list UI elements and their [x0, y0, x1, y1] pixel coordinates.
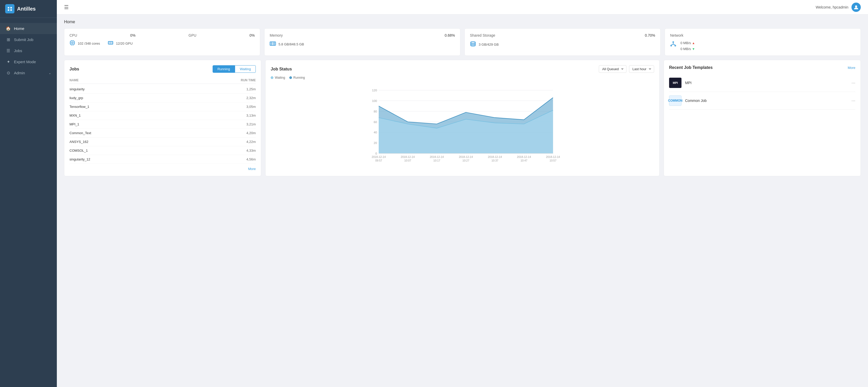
time-select[interactable]: Last hour: [629, 65, 654, 73]
sidebar-item-jobs[interactable]: ☰ Jobs: [0, 45, 57, 56]
svg-text:120: 120: [372, 89, 377, 92]
jobs-more-link[interactable]: More: [69, 167, 256, 171]
bottom-row: Jobs Running Waiting Name Run Time singu…: [64, 60, 861, 176]
job-time: 2,32m: [246, 96, 256, 100]
main-content: ☰ Welcome, hpcadmin Home CPU 0% GPU 0%: [57, 0, 868, 387]
svg-text:10:47: 10:47: [521, 159, 528, 162]
cpu-gpu-header: CPU 0% GPU 0%: [69, 33, 255, 37]
table-row: COMSOL_14,33m: [69, 146, 256, 155]
submit-icon: ⊞: [6, 37, 11, 42]
stats-row: CPU 0% GPU 0% 102 /348 cores: [64, 28, 861, 56]
sidebar-logo: Antilles: [0, 0, 57, 18]
storage-percent: 0.70%: [645, 33, 655, 37]
svg-text:80: 80: [374, 110, 377, 113]
logo-icon: [5, 4, 14, 13]
hamburger-button[interactable]: ☰: [64, 4, 69, 10]
memory-header: Memory 0.68%: [270, 33, 455, 37]
job-name: singularity: [69, 87, 85, 91]
sidebar-item-admin[interactable]: ⊙ Admin ⌄: [0, 67, 57, 78]
memory-title: Memory: [270, 33, 283, 37]
memory-card: Memory 0.68% 5.8 GB/848.5 GB: [264, 28, 460, 56]
cpu-detail-row: 102 /348 cores: [69, 40, 100, 47]
svg-text:40: 40: [374, 131, 377, 134]
cpu-gpu-card: CPU 0% GPU 0% 102 /348 cores: [64, 28, 260, 56]
table-row: Tensorflow_13,05m: [69, 102, 256, 111]
table-row: Common_Text4,20m: [69, 129, 256, 138]
table-row: MXN_13,13m: [69, 111, 256, 120]
memory-detail-row: 5.8 GB/848.5 GB: [270, 41, 455, 47]
gpu-detail-row: 12/20 GPU: [108, 40, 132, 47]
job-time: 4,33m: [246, 149, 256, 152]
template-logo-common: COMMON: [669, 96, 681, 106]
filter-select[interactable]: All Queued: [599, 65, 626, 73]
cpu-icon: [69, 40, 75, 47]
storage-header: Shared Storage 0.70%: [470, 33, 655, 37]
running-legend-dot: [289, 76, 292, 79]
svg-text:2018-12-14: 2018-12-14: [546, 155, 560, 159]
admin-icon: ⊙: [6, 70, 11, 75]
network-header: Network: [670, 33, 855, 37]
memory-detail: 5.8 GB/848.5 GB: [278, 42, 304, 46]
svg-text:2018-12-14: 2018-12-14: [517, 155, 531, 159]
job-time: 4,56m: [246, 157, 256, 161]
col-name-label: Name: [69, 78, 79, 82]
breadcrumb: Home: [64, 20, 861, 24]
table-row: singularity_124,56m: [69, 155, 256, 164]
app-name: Antilles: [17, 6, 36, 12]
job-time: 4,22m: [246, 140, 256, 144]
memory-percent: 0.68%: [444, 33, 455, 37]
table-row: singularity1,25m: [69, 85, 256, 94]
svg-point-20: [471, 41, 475, 43]
svg-point-23: [675, 45, 676, 46]
cpu-detail: 102 /348 cores: [78, 41, 100, 45]
templates-list: MPI MPI ··· COMMON Common Job ···: [669, 74, 855, 110]
topbar-left: ☰: [64, 4, 69, 10]
table-row: ANSYS_1624,22m: [69, 138, 256, 146]
storage-icon: [470, 41, 476, 48]
template-name-common: Common Job: [685, 99, 707, 103]
sidebar-item-submit-job[interactable]: ⊞ Submit Job: [0, 34, 57, 45]
job-name: Tensorflow_1: [69, 105, 89, 109]
jobs-table-header: Name Run Time: [69, 77, 256, 84]
gpu-icon: [108, 40, 114, 47]
page-content: Home CPU 0% GPU 0% 102 /348 cores: [57, 14, 868, 387]
svg-text:0: 0: [375, 152, 377, 155]
waiting-legend-label: Waiting: [275, 76, 285, 79]
jobs-list: singularity1,25mliudy_grp2,32mTensorflow…: [69, 85, 256, 164]
svg-text:10:07: 10:07: [404, 159, 411, 162]
template-logo-mpi: MPI: [669, 78, 681, 88]
running-legend-label: Running: [293, 76, 305, 79]
job-time: 3,21m: [246, 122, 256, 126]
network-icon: [670, 41, 676, 51]
job-name: MPI_1: [69, 122, 79, 126]
user-avatar[interactable]: [851, 3, 861, 12]
network-card: Network 0 MB/s ▲ 0 MB/s ▼: [665, 28, 861, 56]
list-item[interactable]: MPI MPI ···: [669, 74, 855, 92]
svg-text:10:57: 10:57: [550, 159, 556, 162]
sidebar-item-expert-mode[interactable]: ✦ Expert Mode: [0, 56, 57, 67]
download-arrow-icon: ▼: [692, 47, 695, 51]
job-name: COMSOL_1: [69, 149, 88, 152]
topbar: ☰ Welcome, hpcadmin: [57, 0, 868, 14]
svg-text:2018-12-14: 2018-12-14: [401, 155, 414, 159]
sidebar-item-home[interactable]: 🏠 Home: [0, 23, 57, 34]
list-item[interactable]: COMMON Common Job ···: [669, 92, 855, 110]
network-down-speed: 0 MB/s: [680, 47, 691, 51]
sidebar-nav: 🏠 Home ⊞ Submit Job ☰ Jobs ✦ Expert Mode…: [0, 18, 57, 387]
svg-line-26: [673, 44, 675, 45]
chart-controls: All Queued Last hour: [599, 65, 654, 73]
templates-header: Recent Job Templates More: [669, 65, 855, 70]
storage-card: Shared Storage 0.70% 3 GB/429 GB: [464, 28, 660, 56]
jobs-icon: ☰: [6, 48, 11, 53]
template-name-mpi: MPI: [685, 81, 691, 85]
tab-waiting[interactable]: Waiting: [235, 65, 256, 73]
svg-line-25: [671, 44, 673, 45]
tab-running[interactable]: Running: [213, 65, 235, 73]
job-time: 4,20m: [246, 131, 256, 135]
job-time: 3,05m: [246, 105, 256, 109]
templates-more-link[interactable]: More: [847, 66, 855, 70]
memory-icon: [270, 41, 276, 47]
svg-point-21: [673, 41, 674, 43]
svg-text:2018-12-14: 2018-12-14: [372, 155, 386, 159]
sidebar-label-submit: Submit Job: [14, 37, 51, 42]
